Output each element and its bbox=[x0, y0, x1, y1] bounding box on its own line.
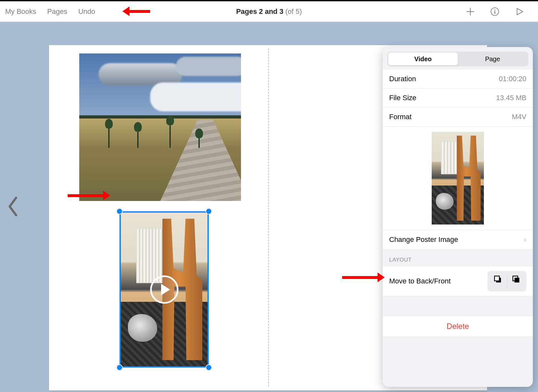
page-title-count: (of 5) bbox=[283, 7, 302, 15]
svg-point-1 bbox=[494, 9, 495, 11]
toolbar: My Books Pages Undo Pages 2 and 3 (of 5) bbox=[0, 1, 538, 22]
annotation-arrow-video-selection bbox=[68, 191, 110, 200]
filesize-label: File Size bbox=[389, 94, 416, 102]
pages-button[interactable]: Pages bbox=[47, 7, 67, 16]
previous-page-button[interactable] bbox=[6, 195, 19, 219]
annotation-arrow-undo bbox=[122, 6, 150, 16]
format-label: Format bbox=[389, 113, 412, 121]
filesize-value: 13.45 MB bbox=[496, 94, 526, 102]
add-button[interactable] bbox=[465, 6, 476, 17]
move-to-front-button[interactable] bbox=[507, 272, 525, 286]
duration-value: 01:00:20 bbox=[499, 75, 526, 83]
resize-handle-top-left[interactable] bbox=[116, 208, 123, 215]
move-to-back-button[interactable] bbox=[489, 272, 507, 286]
change-poster-label: Change Poster Image bbox=[389, 235, 458, 244]
duration-label: Duration bbox=[389, 75, 416, 83]
page-spine-divider bbox=[268, 48, 269, 387]
selection-outline bbox=[120, 211, 209, 368]
move-layer-label: Move to Back/Front bbox=[389, 277, 451, 285]
page-title-main: Pages 2 and 3 bbox=[236, 7, 283, 15]
tab-video[interactable]: Video bbox=[388, 53, 458, 65]
change-poster-button[interactable]: Change Poster Image › bbox=[383, 230, 533, 250]
format-value: M4V bbox=[512, 113, 526, 121]
layer-order-control bbox=[487, 271, 526, 292]
undo-button[interactable]: Undo bbox=[78, 7, 95, 16]
tab-page[interactable]: Page bbox=[458, 53, 527, 65]
chevron-right-icon: › bbox=[524, 235, 526, 244]
inspector-tabs: Video Page bbox=[387, 52, 528, 66]
play-preview-button[interactable] bbox=[514, 6, 525, 17]
info-button[interactable] bbox=[489, 6, 501, 17]
layout-section-header: LAYOUT bbox=[383, 250, 533, 266]
selected-video-object[interactable] bbox=[120, 211, 209, 368]
my-books-button[interactable]: My Books bbox=[5, 7, 36, 16]
canvas-area: Video Page Duration 01:00:20 File Size 1… bbox=[0, 22, 538, 392]
resize-handle-top-right[interactable] bbox=[206, 208, 212, 215]
page-title: Pages 2 and 3 (of 5) bbox=[236, 7, 302, 16]
popover-pointer bbox=[492, 47, 501, 48]
annotation-arrow-delete bbox=[342, 272, 385, 282]
move-layer-row: Move to Back/Front bbox=[383, 266, 533, 296]
duration-row: Duration 01:00:20 bbox=[383, 70, 533, 89]
resize-handle-bottom-right[interactable] bbox=[206, 364, 212, 371]
poster-preview bbox=[383, 127, 533, 230]
format-row: Format M4V bbox=[383, 108, 533, 127]
inspector-popover: Video Page Duration 01:00:20 File Size 1… bbox=[383, 47, 533, 387]
svg-rect-2 bbox=[494, 11, 495, 14]
svg-rect-6 bbox=[514, 278, 519, 282]
svg-rect-4 bbox=[495, 276, 499, 281]
resize-handle-bottom-left[interactable] bbox=[116, 364, 123, 371]
delete-button[interactable]: Delete bbox=[383, 316, 533, 337]
placed-photo[interactable] bbox=[79, 53, 241, 201]
poster-thumbnail bbox=[432, 132, 484, 225]
filesize-row: File Size 13.45 MB bbox=[383, 89, 533, 108]
